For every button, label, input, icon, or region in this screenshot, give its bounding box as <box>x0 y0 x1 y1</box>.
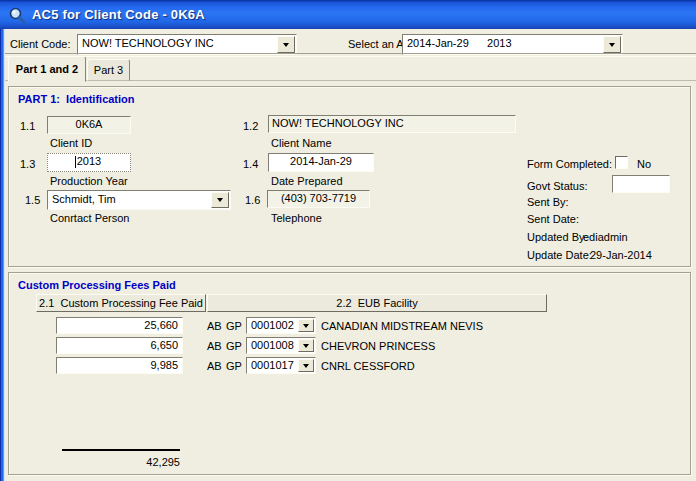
update-date-value: 29-Jan-2014 <box>590 249 652 261</box>
facility-code-combobox[interactable]: 0001002 <box>246 317 316 334</box>
divider <box>5 53 696 57</box>
facility-code-value: 0001017 <box>251 359 297 371</box>
facility-code-dropdown-button[interactable] <box>298 339 314 352</box>
client-code-combobox[interactable]: NOW! TECHNOLOGY INC <box>77 34 297 55</box>
facility-name-label: CNRL CESSFORD <box>321 360 415 372</box>
tab-part-1-and-2[interactable]: Part 1 and 2 <box>8 56 86 82</box>
contract-person-dropdown-button[interactable] <box>211 192 229 208</box>
text-caret <box>75 156 76 168</box>
update-date-label: Update Date: <box>527 249 592 261</box>
field-1-2-number: 1.2 <box>243 120 258 132</box>
field-1-4-number: 1.4 <box>243 158 258 170</box>
chevron-down-icon <box>303 344 309 348</box>
client-name-field: NOW! TECHNOLOGY INC <box>268 115 516 133</box>
chevron-down-icon <box>609 43 615 47</box>
client-id-label: Client ID <box>50 137 92 149</box>
facility-code-value: 0001008 <box>251 339 297 351</box>
select-ac5-combobox[interactable]: 2014-Jan-29 2013 <box>402 34 623 55</box>
facility-code-combobox[interactable]: 0001017 <box>246 357 316 374</box>
updated-by-label: Updated By: <box>527 231 588 243</box>
province-label: AB <box>207 360 222 372</box>
facility-type-label: GP <box>226 340 242 352</box>
telephone-field: (403) 703-7719 <box>267 190 370 208</box>
chevron-down-icon <box>303 324 309 328</box>
facility-code-dropdown-button[interactable] <box>298 319 314 332</box>
fee-amount-input[interactable]: 25,660 <box>56 317 183 334</box>
contract-person-value: Schmidt, Tim <box>52 193 212 205</box>
facility-code-dropdown-button[interactable] <box>298 359 314 372</box>
telephone-label: Telephone <box>271 212 322 224</box>
province-label: AB <box>207 340 222 352</box>
window-left-border <box>0 29 5 481</box>
fee-amount-input[interactable]: 9,985 <box>56 357 183 374</box>
date-prepared-input[interactable]: 2014-Jan-29 <box>268 153 374 172</box>
chevron-down-icon <box>217 198 223 202</box>
chevron-down-icon <box>283 43 289 47</box>
facility-code-value: 0001002 <box>251 319 297 331</box>
client-code-value: NOW! TECHNOLOGY INC <box>82 37 278 49</box>
govt-status-input[interactable] <box>612 175 670 193</box>
form-completed-label: Form Completed: <box>527 158 612 170</box>
fees-total-value: 42,295 <box>100 456 180 468</box>
date-prepared-label: Date Prepared <box>271 175 343 187</box>
province-label: AB <box>207 320 222 332</box>
magnifier-icon <box>8 6 26 24</box>
client-id-field: 0K6A <box>47 116 131 134</box>
facility-type-label: GP <box>226 320 242 332</box>
select-ac5-dropdown-button[interactable] <box>603 36 621 53</box>
sent-by-label: Sent By: <box>527 196 569 208</box>
field-1-1-number: 1.1 <box>20 120 35 132</box>
form-completed-no-label: No <box>637 158 651 170</box>
fee-paid-column-header[interactable]: 2.1 Custom Processing Fee Paid <box>36 294 206 312</box>
total-rule <box>62 449 180 451</box>
client-code-dropdown-button[interactable] <box>277 36 295 53</box>
app-window: AC5 for Client Code - 0K6A Client Code: … <box>0 0 696 481</box>
form-completed-checkbox[interactable] <box>615 156 628 169</box>
fees-section-title: Custom Processing Fees Paid <box>18 279 176 291</box>
facility-name-label: CANADIAN MIDSTREAM NEVIS <box>321 320 483 332</box>
contract-person-combobox[interactable]: Schmidt, Tim <box>47 190 231 210</box>
updated-by-value: ediadmin <box>583 231 628 243</box>
tab-part-3[interactable]: Part 3 <box>87 59 130 81</box>
part1-section-title: PART 1: Identification <box>18 93 135 105</box>
title-bar[interactable]: AC5 for Client Code - 0K6A <box>0 0 696 29</box>
select-ac5-value: 2014-Jan-29 2013 <box>407 37 604 49</box>
facility-name-label: CHEVRON PRINCESS <box>321 340 435 352</box>
production-year-input[interactable]: 2013 <box>47 153 131 172</box>
production-year-value: 2013 <box>77 155 101 167</box>
client-code-label: Client Code: <box>10 38 71 50</box>
window-title: AC5 for Client Code - 0K6A <box>32 7 205 22</box>
production-year-label: Production Year <box>50 175 128 187</box>
sent-date-label: Sent Date: <box>527 213 579 225</box>
chevron-down-icon <box>303 364 309 368</box>
fee-amount-input[interactable]: 6,650 <box>56 337 183 354</box>
contract-person-label: Conrtact Person <box>50 212 129 224</box>
eub-facility-column-header[interactable]: 2.2 EUB Facility <box>207 294 547 312</box>
govt-status-label: Govt Status: <box>527 180 588 192</box>
client-name-label: Client Name <box>271 137 332 149</box>
field-1-5-number: 1.5 <box>25 194 40 206</box>
field-1-6-number: 1.6 <box>245 194 260 206</box>
facility-type-label: GP <box>226 360 242 372</box>
field-1-3-number: 1.3 <box>20 158 35 170</box>
facility-code-combobox[interactable]: 0001008 <box>246 337 316 354</box>
